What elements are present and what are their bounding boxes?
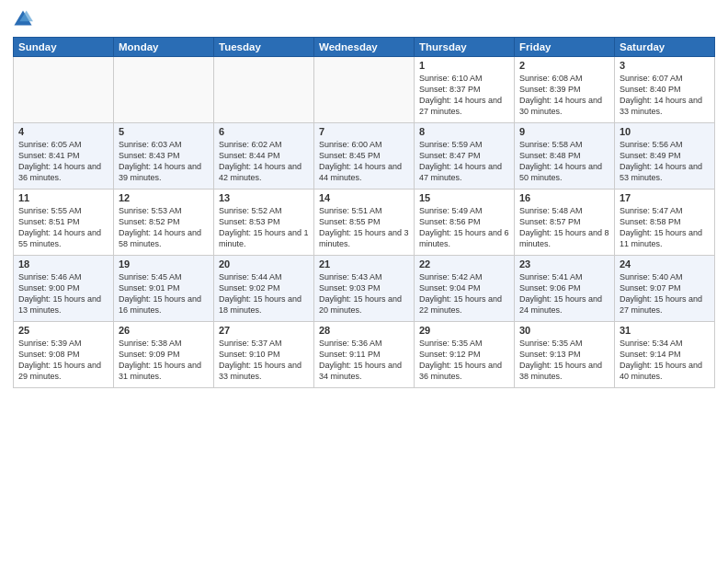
calendar-cell: 4Sunrise: 6:05 AM Sunset: 8:41 PM Daylig… [14, 123, 114, 190]
day-number: 22 [419, 259, 509, 270]
calendar-cell: 29Sunrise: 5:35 AM Sunset: 9:12 PM Dayli… [415, 322, 515, 388]
calendar-cell [114, 57, 214, 123]
day-number: 13 [219, 192, 309, 203]
day-info: Sunrise: 5:53 AM Sunset: 8:52 PM Dayligh… [119, 205, 209, 250]
day-number: 28 [319, 325, 409, 336]
calendar-cell: 14Sunrise: 5:51 AM Sunset: 8:55 PM Dayli… [314, 190, 415, 256]
calendar-cell: 6Sunrise: 6:02 AM Sunset: 8:44 PM Daylig… [214, 123, 314, 190]
calendar-cell: 3Sunrise: 6:07 AM Sunset: 8:40 PM Daylig… [615, 57, 715, 123]
day-number: 9 [519, 126, 609, 137]
day-info: Sunrise: 6:07 AM Sunset: 8:40 PM Dayligh… [620, 73, 710, 118]
calendar-week-1: 1Sunrise: 6:10 AM Sunset: 8:37 PM Daylig… [14, 57, 715, 123]
calendar-cell: 1Sunrise: 6:10 AM Sunset: 8:37 PM Daylig… [415, 57, 515, 123]
day-number: 12 [119, 192, 209, 203]
calendar-cell: 31Sunrise: 5:34 AM Sunset: 9:14 PM Dayli… [615, 322, 715, 388]
calendar-cell: 28Sunrise: 5:36 AM Sunset: 9:11 PM Dayli… [314, 322, 415, 388]
calendar-cell: 11Sunrise: 5:55 AM Sunset: 8:51 PM Dayli… [14, 190, 114, 256]
day-info: Sunrise: 5:55 AM Sunset: 8:51 PM Dayligh… [18, 205, 108, 250]
day-info: Sunrise: 5:44 AM Sunset: 9:02 PM Dayligh… [219, 271, 309, 316]
day-number: 29 [419, 325, 509, 336]
day-info: Sunrise: 5:36 AM Sunset: 9:11 PM Dayligh… [319, 338, 409, 383]
day-info: Sunrise: 5:43 AM Sunset: 9:03 PM Dayligh… [319, 271, 409, 316]
day-number: 6 [219, 126, 309, 137]
day-number: 1 [419, 60, 509, 71]
day-number: 11 [18, 192, 108, 203]
calendar-header-friday: Friday [515, 38, 615, 57]
calendar-table: SundayMondayTuesdayWednesdayThursdayFrid… [13, 37, 715, 388]
calendar-header-thursday: Thursday [415, 38, 515, 57]
calendar-cell: 23Sunrise: 5:41 AM Sunset: 9:06 PM Dayli… [515, 256, 615, 322]
day-info: Sunrise: 6:08 AM Sunset: 8:39 PM Dayligh… [519, 73, 609, 118]
logo-icon [13, 9, 33, 29]
calendar-cell: 12Sunrise: 5:53 AM Sunset: 8:52 PM Dayli… [114, 190, 214, 256]
calendar-cell: 21Sunrise: 5:43 AM Sunset: 9:03 PM Dayli… [314, 256, 415, 322]
calendar-header-sunday: Sunday [14, 38, 114, 57]
day-info: Sunrise: 5:52 AM Sunset: 8:53 PM Dayligh… [219, 205, 309, 250]
calendar-week-4: 18Sunrise: 5:46 AM Sunset: 9:00 PM Dayli… [14, 256, 715, 322]
day-number: 2 [519, 60, 609, 71]
day-info: Sunrise: 6:03 AM Sunset: 8:43 PM Dayligh… [119, 139, 209, 184]
day-info: Sunrise: 5:58 AM Sunset: 8:48 PM Dayligh… [519, 139, 609, 184]
day-info: Sunrise: 5:48 AM Sunset: 8:57 PM Dayligh… [519, 205, 609, 250]
day-number: 7 [319, 126, 409, 137]
day-number: 30 [519, 325, 609, 336]
day-info: Sunrise: 5:39 AM Sunset: 9:08 PM Dayligh… [18, 338, 108, 383]
calendar-cell: 20Sunrise: 5:44 AM Sunset: 9:02 PM Dayli… [214, 256, 314, 322]
calendar-header-saturday: Saturday [615, 38, 715, 57]
day-number: 15 [419, 192, 509, 203]
day-number: 8 [419, 126, 509, 137]
calendar-cell: 9Sunrise: 5:58 AM Sunset: 8:48 PM Daylig… [515, 123, 615, 190]
calendar-cell: 5Sunrise: 6:03 AM Sunset: 8:43 PM Daylig… [114, 123, 214, 190]
calendar-cell: 10Sunrise: 5:56 AM Sunset: 8:49 PM Dayli… [615, 123, 715, 190]
day-info: Sunrise: 5:45 AM Sunset: 9:01 PM Dayligh… [119, 271, 209, 316]
day-number: 19 [119, 259, 209, 270]
day-number: 10 [620, 126, 710, 137]
day-info: Sunrise: 5:41 AM Sunset: 9:06 PM Dayligh… [519, 271, 609, 316]
calendar-cell: 19Sunrise: 5:45 AM Sunset: 9:01 PM Dayli… [114, 256, 214, 322]
day-number: 21 [319, 259, 409, 270]
day-number: 23 [519, 259, 609, 270]
day-number: 24 [620, 259, 710, 270]
calendar-cell: 17Sunrise: 5:47 AM Sunset: 8:58 PM Dayli… [615, 190, 715, 256]
calendar-week-3: 11Sunrise: 5:55 AM Sunset: 8:51 PM Dayli… [14, 190, 715, 256]
calendar-cell: 24Sunrise: 5:40 AM Sunset: 9:07 PM Dayli… [615, 256, 715, 322]
day-number: 3 [620, 60, 710, 71]
day-number: 5 [119, 126, 209, 137]
day-number: 4 [18, 126, 108, 137]
day-info: Sunrise: 6:10 AM Sunset: 8:37 PM Dayligh… [419, 73, 509, 118]
day-info: Sunrise: 5:40 AM Sunset: 9:07 PM Dayligh… [620, 271, 710, 316]
day-number: 25 [18, 325, 108, 336]
day-number: 18 [18, 259, 108, 270]
day-number: 20 [219, 259, 309, 270]
header [13, 9, 715, 29]
calendar-cell: 22Sunrise: 5:42 AM Sunset: 9:04 PM Dayli… [415, 256, 515, 322]
day-info: Sunrise: 5:37 AM Sunset: 9:10 PM Dayligh… [219, 338, 309, 383]
day-info: Sunrise: 6:00 AM Sunset: 8:45 PM Dayligh… [319, 139, 409, 184]
calendar-cell [214, 57, 314, 123]
day-number: 27 [219, 325, 309, 336]
day-number: 26 [119, 325, 209, 336]
day-info: Sunrise: 5:42 AM Sunset: 9:04 PM Dayligh… [419, 271, 509, 316]
calendar-cell: 16Sunrise: 5:48 AM Sunset: 8:57 PM Dayli… [515, 190, 615, 256]
calendar-cell: 30Sunrise: 5:35 AM Sunset: 9:13 PM Dayli… [515, 322, 615, 388]
day-info: Sunrise: 5:49 AM Sunset: 8:56 PM Dayligh… [419, 205, 509, 250]
day-number: 17 [620, 192, 710, 203]
day-info: Sunrise: 5:38 AM Sunset: 9:09 PM Dayligh… [119, 338, 209, 383]
day-number: 31 [620, 325, 710, 336]
day-number: 14 [319, 192, 409, 203]
day-info: Sunrise: 6:05 AM Sunset: 8:41 PM Dayligh… [18, 139, 108, 184]
day-info: Sunrise: 5:51 AM Sunset: 8:55 PM Dayligh… [319, 205, 409, 250]
day-info: Sunrise: 5:47 AM Sunset: 8:58 PM Dayligh… [620, 205, 710, 250]
day-info: Sunrise: 5:46 AM Sunset: 9:00 PM Dayligh… [18, 271, 108, 316]
logo [13, 9, 36, 29]
day-number: 16 [519, 192, 609, 203]
calendar-cell: 2Sunrise: 6:08 AM Sunset: 8:39 PM Daylig… [515, 57, 615, 123]
calendar-cell: 27Sunrise: 5:37 AM Sunset: 9:10 PM Dayli… [214, 322, 314, 388]
calendar-cell: 7Sunrise: 6:00 AM Sunset: 8:45 PM Daylig… [314, 123, 415, 190]
calendar-week-5: 25Sunrise: 5:39 AM Sunset: 9:08 PM Dayli… [14, 322, 715, 388]
day-info: Sunrise: 6:02 AM Sunset: 8:44 PM Dayligh… [219, 139, 309, 184]
calendar-cell: 26Sunrise: 5:38 AM Sunset: 9:09 PM Dayli… [114, 322, 214, 388]
calendar-week-2: 4Sunrise: 6:05 AM Sunset: 8:41 PM Daylig… [14, 123, 715, 190]
calendar-cell [314, 57, 415, 123]
calendar-cell: 13Sunrise: 5:52 AM Sunset: 8:53 PM Dayli… [214, 190, 314, 256]
